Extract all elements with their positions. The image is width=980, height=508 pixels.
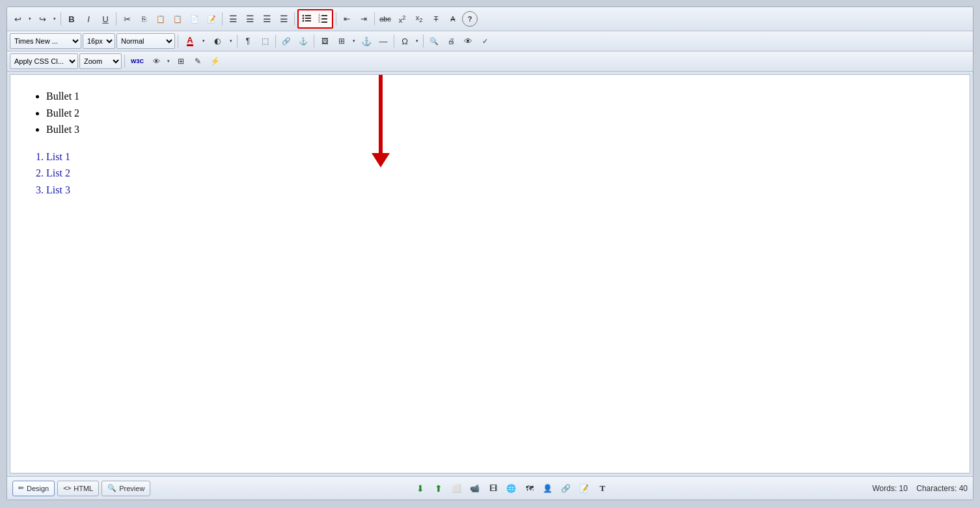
iframe-button[interactable]: ⬚ [257,33,273,49]
globe-button[interactable]: 🌐 [504,481,519,496]
cut-icon: ✂ [124,15,131,23]
unlink-button[interactable]: ⚓ [295,33,311,49]
paste3-icon: 📄 [190,16,199,23]
outdent-button[interactable]: ⇤ [339,11,355,27]
w3c-button[interactable]: W3C [128,53,147,69]
svg-rect-3 [305,18,311,19]
spell-button[interactable]: ✓ [477,33,493,49]
bullet-item-2: Bullet 2 [46,105,950,122]
align-justify-icon: ☰ [280,14,288,24]
redo-dropdown-button[interactable]: ▾ [51,11,58,27]
image-icon: 🖼 [321,37,329,45]
font-color-button[interactable]: A [181,33,199,49]
strikethrough-button[interactable]: abc [377,11,393,27]
video-button[interactable]: 📹 [467,481,483,496]
undo-button[interactable]: ↩ [10,11,25,27]
omega-dropdown[interactable]: ▾ [414,33,420,49]
magnify-icon: 🔍 [107,484,116,492]
paste2-button[interactable]: 📋 [170,11,185,27]
subscript-button[interactable]: x2 [411,11,427,27]
flash-button[interactable]: ⚡ [207,53,223,69]
zoom-select[interactable]: Zoom [79,53,122,69]
media-button[interactable]: 🎞 [485,481,501,496]
separator-3 [222,12,223,25]
italic-button[interactable]: I [81,11,96,27]
ordered-item-3: List 3 [46,182,950,199]
map-button[interactable]: 🗺 [522,481,538,496]
redo-button[interactable]: ↪ [34,11,50,27]
link-button[interactable]: 🔗 [279,33,294,49]
show-blocks-button[interactable]: ¶ [240,33,256,49]
align-left-button[interactable]: ☰ [225,11,241,27]
strikethrough-icon: abc [379,15,391,23]
highlight-dropdown[interactable]: ▾ [228,33,234,49]
toolbar-row-1: ↩ ▾ ↪ ▾ B I U ✂ ⎘ 📋 📋 📄 [7,7,973,31]
paste-button[interactable]: 📋 [153,11,169,27]
print-button[interactable]: 🖨 [443,33,459,49]
special-char-button[interactable]: Ω [397,33,413,49]
table-cell-button[interactable]: ⬜ [449,481,465,496]
font-color-dropdown[interactable]: ▾ [200,33,207,49]
design-tab[interactable]: ✏ Design [12,481,55,496]
edit-icon: ✎ [195,57,201,66]
underline-button[interactable]: U [98,11,113,27]
table-button[interactable]: ⊞ [334,33,349,49]
insert-down-button[interactable]: ⬇ [413,481,428,496]
highlight-button[interactable]: ◐ [208,33,226,49]
chain-icon: 🔗 [561,484,571,493]
paste4-button[interactable]: 📝 [204,11,219,27]
content-area[interactable]: Bullet 1 Bullet 2 Bullet 3 List 1 List 2… [10,74,970,473]
separator-9 [275,35,276,48]
svg-rect-5 [305,20,311,21]
bottom-bar: ✏ Design <> HTML 🔍 Preview ⬇ ⬆ ⬜ [7,476,973,500]
show-hide-dropdown[interactable]: ▾ [165,53,172,69]
css-class-select[interactable]: Apply CSS Cl... [10,53,78,69]
hline-button[interactable]: — [375,33,391,49]
edit-button[interactable]: ✎ [190,53,206,69]
font-size-select[interactable]: 16px [83,33,115,49]
cut-button[interactable]: ✂ [119,11,135,27]
superscript-button[interactable]: x2 [394,11,410,27]
font2-button[interactable]: T [595,481,610,496]
anchor-button[interactable]: ⚓ [359,33,374,49]
remove-format2-button[interactable]: A [445,11,461,27]
font-style-select[interactable]: Normal [116,33,175,49]
align-right-button[interactable]: ☰ [259,11,275,27]
preview2-button[interactable]: 👁 [460,33,476,49]
undo-dropdown-button[interactable]: ▾ [27,11,33,27]
undo-icon: ↩ [14,15,21,23]
spell-icon: ✓ [482,37,488,46]
chain-button[interactable]: 🔗 [558,481,574,496]
unordered-list-button[interactable] [299,11,315,27]
align-center-button[interactable]: ☰ [242,11,258,27]
separator-13 [124,55,125,68]
svg-text:3.: 3. [318,20,321,23]
preview-tab[interactable]: 🔍 Preview [102,481,150,496]
paste3-button[interactable]: 📄 [187,11,202,27]
globe-icon: 🌐 [506,484,516,493]
help-button[interactable]: ? [462,11,478,27]
insert-up-button[interactable]: ⬆ [431,481,446,496]
separator-12 [423,35,424,48]
remove-format-button[interactable]: T [428,11,444,27]
separator-11 [394,35,394,48]
word-count: Words: 10 [872,484,907,493]
subscript-icon: x2 [416,14,423,23]
separator-5 [336,12,336,25]
ordered-list-button[interactable]: 1. 2. 3. [316,11,331,27]
font-family-select[interactable]: Times New ... [10,33,81,49]
image-button[interactable]: 🖼 [317,33,333,49]
user-button[interactable]: 👤 [540,481,556,496]
copy-button[interactable]: ⎘ [136,11,152,27]
find-button[interactable]: 🔍 [426,33,442,49]
preview-tab-label: Preview [119,485,144,492]
paste-icon: 📋 [156,16,165,23]
table3-button[interactable]: ⊞ [173,53,189,69]
bold-button[interactable]: B [64,11,79,27]
show-hide-button[interactable]: 👁 [148,53,164,69]
indent-button[interactable]: ⇥ [356,11,372,27]
align-justify-button[interactable]: ☰ [276,11,292,27]
note-button[interactable]: 📝 [577,481,592,496]
table-dropdown[interactable]: ▾ [351,33,357,49]
html-tab[interactable]: <> HTML [57,481,99,496]
